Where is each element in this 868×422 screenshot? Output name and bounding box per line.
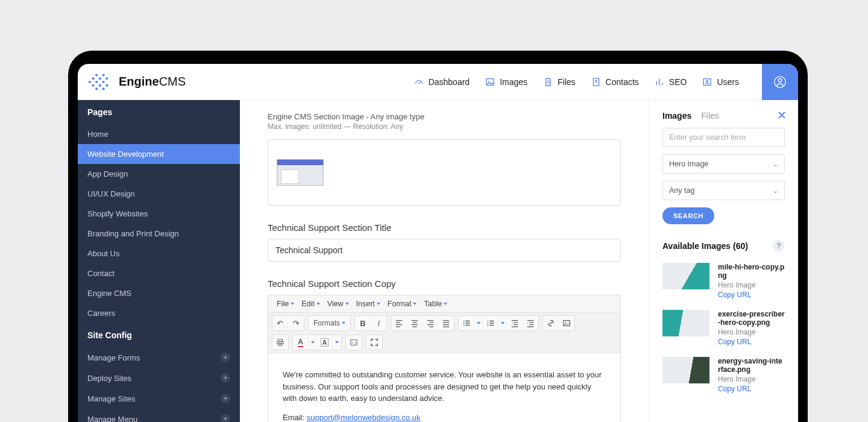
nav-files[interactable]: Files bbox=[543, 77, 576, 87]
text-color-dropdown[interactable] bbox=[309, 335, 317, 350]
sidebar-item-branding[interactable]: Branding and Print Design bbox=[78, 224, 240, 244]
sidebar-item-label: Contact bbox=[87, 269, 115, 278]
print-button[interactable] bbox=[272, 335, 288, 350]
bullet-list-button[interactable] bbox=[459, 316, 474, 330]
sidebar-item-deploy-sites[interactable]: Deploy Sites + bbox=[78, 368, 240, 388]
asset-list-item[interactable]: mile-hi-hero-copy.png Hero Image Copy UR… bbox=[662, 263, 785, 299]
sidebar-item-contact[interactable]: Contact bbox=[78, 263, 240, 283]
svg-rect-28 bbox=[278, 339, 283, 342]
align-center-button[interactable] bbox=[407, 316, 423, 330]
title-input[interactable] bbox=[268, 239, 621, 262]
image-icon bbox=[485, 77, 495, 87]
sidebar-item-manage-menu[interactable]: Manage Menu + bbox=[78, 409, 240, 422]
formats-dropdown[interactable]: Formats bbox=[309, 316, 350, 330]
nav-seo[interactable]: SEO bbox=[655, 77, 687, 87]
bold-button[interactable]: B bbox=[355, 316, 371, 330]
sidebar-item-website-development[interactable]: Website Development bbox=[78, 144, 240, 164]
highlight-dropdown[interactable] bbox=[333, 335, 341, 350]
numbered-list-button[interactable]: 123 bbox=[483, 316, 498, 330]
asset-category: Hero Image bbox=[718, 281, 785, 289]
svg-point-9 bbox=[102, 80, 105, 83]
editor-menu-insert[interactable]: Insert bbox=[353, 298, 384, 310]
italic-button[interactable]: I bbox=[371, 316, 386, 330]
svg-text:3: 3 bbox=[487, 324, 489, 327]
chevron-down-icon bbox=[345, 303, 349, 305]
close-panel-button[interactable] bbox=[778, 111, 786, 122]
asset-list-item[interactable]: exercise-prescriber-hero-copy.png Hero I… bbox=[662, 310, 785, 346]
editor-menu-format[interactable]: Format bbox=[384, 298, 421, 310]
email-link[interactable]: support@melonwebdesign.co.uk bbox=[307, 413, 421, 422]
svg-point-17 bbox=[706, 80, 708, 82]
file-icon bbox=[543, 77, 553, 87]
asset-name: mile-hi-hero-copy.png bbox=[718, 263, 785, 280]
chevron-down-icon bbox=[444, 303, 447, 305]
svg-point-2 bbox=[92, 84, 94, 86]
align-justify-button[interactable] bbox=[438, 316, 454, 330]
link-button[interactable] bbox=[543, 316, 559, 330]
asset-search-button[interactable]: SEARCH bbox=[662, 207, 714, 224]
text-color-button[interactable]: A bbox=[293, 335, 309, 350]
insert-image-button[interactable] bbox=[559, 316, 574, 330]
redo-button[interactable]: ↷ bbox=[288, 316, 304, 330]
plus-icon[interactable]: + bbox=[221, 394, 230, 403]
sidebar-item-shopify[interactable]: Shopify Websites bbox=[78, 204, 240, 224]
tab-images[interactable]: Images bbox=[662, 111, 691, 121]
sidebar-item-app-design[interactable]: App Design bbox=[78, 164, 240, 184]
asset-category: Hero Image bbox=[718, 328, 785, 336]
nav-label: Contacts bbox=[606, 77, 639, 87]
align-left-button[interactable] bbox=[391, 316, 407, 330]
highlight-button[interactable]: A bbox=[317, 335, 333, 350]
editor-menu-edit[interactable]: Edit bbox=[298, 298, 324, 310]
plus-icon[interactable]: + bbox=[221, 353, 230, 362]
sidebar-item-label: App Design bbox=[87, 169, 128, 178]
align-right-button[interactable] bbox=[423, 316, 438, 330]
sidebar-item-label: Home bbox=[87, 130, 108, 139]
numbered-list-dropdown[interactable] bbox=[498, 316, 507, 330]
asset-copy-url[interactable]: Copy URL bbox=[718, 338, 785, 346]
asset-copy-url[interactable]: Copy URL bbox=[718, 291, 785, 299]
undo-button[interactable]: ↶ bbox=[272, 316, 288, 330]
svg-point-8 bbox=[102, 74, 105, 76]
sidebar-item-careers[interactable]: Careers bbox=[78, 303, 240, 323]
sidebar-item-about[interactable]: About Us bbox=[78, 244, 240, 263]
asset-copy-url[interactable]: Copy URL bbox=[718, 385, 785, 393]
nav-users[interactable]: Users bbox=[702, 77, 739, 87]
brand-logo[interactable]: EngineCMS bbox=[87, 72, 186, 92]
numbered-list-icon: 123 bbox=[486, 319, 495, 327]
chevron-down-icon bbox=[377, 303, 380, 305]
plus-icon[interactable]: + bbox=[221, 373, 230, 383]
sidebar-item-label: Branding and Print Design bbox=[87, 229, 179, 238]
nav-images[interactable]: Images bbox=[485, 77, 527, 87]
sidebar-item-label: Manage Menu bbox=[87, 415, 137, 423]
nav-dashboard[interactable]: Dashboard bbox=[414, 77, 470, 87]
asset-tag-select[interactable]: Any tag ⌄ bbox=[662, 181, 785, 200]
editor-menu-table[interactable]: Table bbox=[420, 298, 451, 310]
nav-contacts[interactable]: Contacts bbox=[591, 77, 639, 87]
sidebar-item-home[interactable]: Home bbox=[78, 124, 240, 144]
tab-files[interactable]: Files bbox=[701, 111, 719, 121]
sidebar-item-label: Careers bbox=[87, 309, 115, 318]
image-thumbnail[interactable] bbox=[277, 159, 324, 186]
asset-list-item[interactable]: energy-saving-interface.png Hero Image C… bbox=[662, 357, 785, 393]
sidebar-item-engine-cms[interactable]: Engine CMS bbox=[78, 283, 240, 303]
asset-category-select[interactable]: Hero Image ⌄ bbox=[662, 154, 785, 174]
editor-menu-view[interactable]: View bbox=[324, 298, 353, 310]
editor-body[interactable]: We're committed to outstanding customer … bbox=[268, 353, 620, 422]
asset-search-input[interactable] bbox=[662, 128, 785, 147]
plus-icon[interactable]: + bbox=[221, 414, 230, 422]
sidebar-item-manage-sites[interactable]: Manage Sites + bbox=[78, 388, 240, 409]
image-dropzone[interactable] bbox=[268, 139, 621, 206]
help-icon[interactable]: ? bbox=[773, 240, 785, 252]
bullet-list-dropdown[interactable] bbox=[474, 316, 483, 330]
outdent-button[interactable] bbox=[507, 316, 523, 330]
asset-thumbnail bbox=[662, 263, 709, 289]
editor-menu-file[interactable]: File bbox=[273, 298, 298, 310]
profile-avatar[interactable] bbox=[762, 64, 798, 100]
fullscreen-button[interactable] bbox=[366, 335, 382, 350]
source-code-button[interactable] bbox=[346, 335, 362, 350]
sidebar-item-manage-forms[interactable]: Manage Forms + bbox=[78, 347, 240, 368]
outdent-icon bbox=[511, 319, 519, 327]
align-justify-icon bbox=[442, 319, 450, 327]
indent-button[interactable] bbox=[523, 316, 538, 330]
sidebar-item-uiux[interactable]: UI/UX Design bbox=[78, 184, 240, 204]
